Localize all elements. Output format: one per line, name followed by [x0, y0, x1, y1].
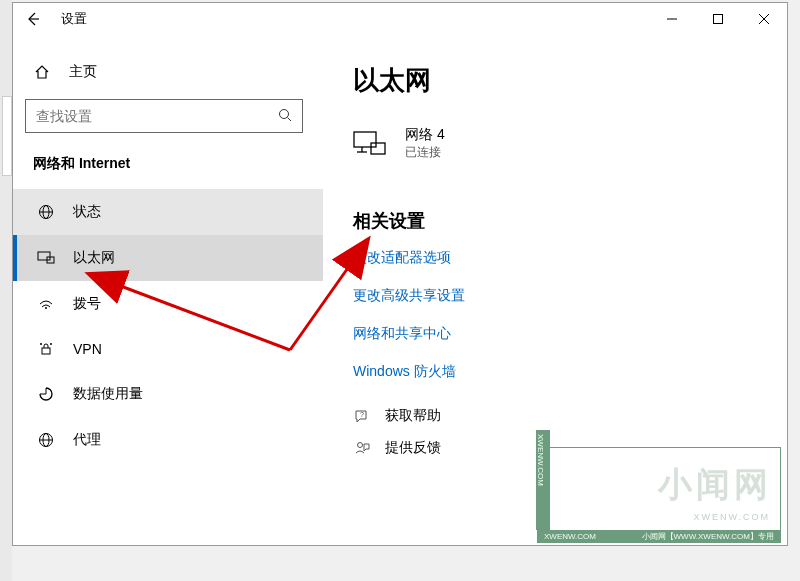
link-network-sharing-center[interactable]: 网络和共享中心 — [353, 325, 759, 343]
proxy-icon — [37, 432, 55, 448]
content-pane: 以太网 网络 4 已连接 相关设置 更改适配器选项 更改高级共享设置 网络和共享… — [323, 35, 787, 545]
svg-rect-9 — [38, 252, 50, 260]
search-icon — [278, 108, 292, 125]
back-arrow-icon — [25, 11, 41, 27]
nav-label: 数据使用量 — [73, 385, 143, 403]
feedback-link[interactable]: 提供反馈 — [353, 439, 759, 457]
related-links: 更改适配器选项 更改高级共享设置 网络和共享中心 Windows 防火墙 — [353, 249, 759, 381]
search-input[interactable] — [36, 108, 278, 124]
vpn-icon — [37, 341, 55, 357]
status-icon — [37, 204, 55, 220]
search-input-wrap[interactable] — [25, 99, 303, 133]
nav-label: 状态 — [73, 203, 101, 221]
svg-rect-1 — [714, 15, 723, 24]
svg-point-4 — [280, 109, 289, 118]
network-status: 已连接 — [405, 144, 445, 161]
watermark: XWENW.COM 小闻网 XWENW.COM XWENW.COM小闻网【WWW… — [537, 447, 781, 543]
back-button[interactable] — [13, 3, 53, 35]
feedback-icon — [353, 440, 371, 456]
home-icon — [33, 64, 51, 80]
data-usage-icon — [37, 386, 55, 402]
network-card[interactable]: 网络 4 已连接 — [353, 126, 759, 161]
help-label: 获取帮助 — [385, 407, 441, 425]
link-adapter-options[interactable]: 更改适配器选项 — [353, 249, 759, 267]
nav-item-dialup[interactable]: 拨号 — [13, 281, 323, 327]
svg-rect-21 — [371, 143, 385, 154]
maximize-button[interactable] — [695, 3, 741, 35]
close-button[interactable] — [741, 3, 787, 35]
nav-label: 代理 — [73, 431, 101, 449]
nav-item-vpn[interactable]: VPN — [13, 327, 323, 371]
svg-point-13 — [40, 343, 42, 345]
network-name: 网络 4 — [405, 126, 445, 144]
svg-line-5 — [288, 117, 292, 121]
svg-rect-12 — [42, 348, 50, 354]
minimize-button[interactable] — [649, 3, 695, 35]
home-nav[interactable]: 主页 — [13, 55, 323, 89]
feedback-label: 提供反馈 — [385, 439, 441, 457]
ethernet-icon — [37, 250, 55, 266]
window-controls — [649, 3, 787, 35]
svg-text:?: ? — [360, 411, 364, 418]
titlebar: 设置 — [13, 3, 787, 35]
window-title: 设置 — [53, 10, 87, 28]
nav-item-ethernet[interactable]: 以太网 — [13, 235, 323, 281]
sidebar: 主页 网络和 Internet 状态 — [13, 35, 323, 545]
svg-point-11 — [45, 307, 47, 309]
link-advanced-sharing[interactable]: 更改高级共享设置 — [353, 287, 759, 305]
nav-group-title: 网络和 Internet — [13, 147, 323, 189]
home-label: 主页 — [69, 63, 97, 81]
related-settings-heading: 相关设置 — [353, 209, 759, 233]
nav-label: 以太网 — [73, 249, 115, 267]
svg-point-23 — [358, 443, 363, 448]
nav-list: 状态 以太网 拨号 V — [13, 189, 323, 463]
svg-point-14 — [50, 343, 52, 345]
ethernet-large-icon — [353, 130, 387, 158]
nav-item-data-usage[interactable]: 数据使用量 — [13, 371, 323, 417]
link-windows-firewall[interactable]: Windows 防火墙 — [353, 363, 759, 381]
help-icon: ? — [353, 408, 371, 424]
nav-item-status[interactable]: 状态 — [13, 189, 323, 235]
get-help-link[interactable]: ? 获取帮助 — [353, 407, 759, 425]
settings-window: 设置 主页 网络和 Internet — [12, 2, 788, 546]
nav-label: VPN — [73, 341, 102, 357]
dialup-icon — [37, 296, 55, 312]
svg-rect-18 — [354, 132, 376, 147]
nav-label: 拨号 — [73, 295, 101, 313]
page-heading: 以太网 — [353, 63, 759, 98]
nav-item-proxy[interactable]: 代理 — [13, 417, 323, 463]
